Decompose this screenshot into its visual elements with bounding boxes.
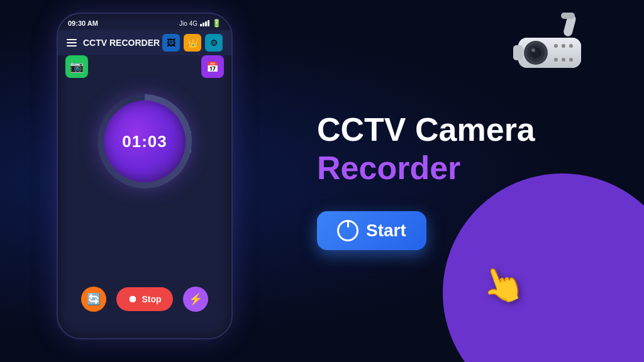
- timer-outer-ring: 01:03: [97, 94, 192, 189]
- status-time: 09:30 AM: [68, 19, 98, 27]
- right-area: CCTV Camera Recorder Start 👆: [292, 0, 644, 362]
- app-header: CCTV RECORDER 🖼 👑 ⚙: [58, 30, 231, 55]
- schedule-btn[interactable]: 📅: [201, 55, 224, 78]
- timer-inner-circle: 01:03: [104, 101, 186, 182]
- stop-btn[interactable]: ⏺ Stop: [116, 287, 173, 311]
- status-bar: 09:30 AM Jio 4G 🔋: [58, 14, 231, 30]
- carrier-text: Jio 4G: [179, 20, 197, 27]
- start-button[interactable]: Start: [317, 211, 426, 250]
- app-name-sub: Recorder: [317, 150, 606, 186]
- schedule-icon: 📅: [206, 61, 219, 73]
- signal-icon: [200, 20, 209, 26]
- rotate-btn[interactable]: 🔄: [81, 287, 106, 312]
- stop-label: Stop: [142, 294, 161, 304]
- settings-icon: ⚙: [210, 38, 218, 48]
- app-name-main: CCTV Camera: [317, 112, 606, 148]
- phone-area: 09:30 AM Jio 4G 🔋 CCTV RECORDER 🖼 👑: [38, 13, 252, 352]
- crown-icon-btn[interactable]: 👑: [184, 34, 201, 52]
- app-header-title: CCTV RECORDER: [83, 38, 162, 48]
- flash-icon: ⚡: [189, 292, 203, 306]
- battery-icon: 🔋: [212, 19, 221, 28]
- header-icons: 🖼 👑 ⚙: [162, 34, 223, 52]
- status-right: Jio 4G 🔋: [179, 19, 221, 28]
- timer-section: 01:03: [97, 94, 192, 189]
- stop-record-icon: ⏺: [128, 293, 138, 305]
- phone-frame: 09:30 AM Jio 4G 🔋 CCTV RECORDER 🖼 👑: [57, 13, 233, 339]
- rotate-icon: 🔄: [87, 292, 101, 306]
- gallery-icon-btn[interactable]: 🖼: [162, 34, 180, 52]
- settings-icon-btn[interactable]: ⚙: [205, 34, 223, 52]
- camera-icon: 📷: [70, 60, 84, 74]
- phone-content: 📷 📅 01:03 🔄 ⏺: [58, 55, 231, 324]
- hand-cursor-icon: 👆: [475, 258, 530, 312]
- gallery-icon: 🖼: [167, 38, 175, 48]
- timer-display: 01:03: [122, 132, 167, 151]
- flash-btn[interactable]: ⚡: [183, 287, 208, 312]
- camera-btn[interactable]: 📷: [65, 55, 88, 78]
- start-label: Start: [366, 221, 406, 241]
- crown-icon: 👑: [187, 38, 198, 48]
- hamburger-menu[interactable]: [67, 39, 77, 47]
- power-icon: [337, 220, 358, 241]
- bottom-controls: 🔄 ⏺ Stop ⚡: [81, 287, 208, 312]
